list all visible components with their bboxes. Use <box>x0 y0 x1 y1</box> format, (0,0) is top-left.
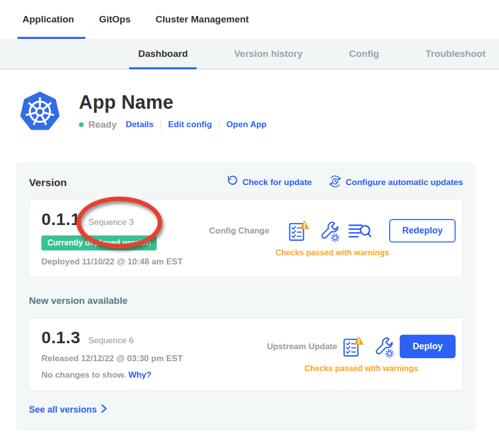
new-version-sequence: Sequence 6 <box>88 336 134 346</box>
current-version-number: 0.1.1 <box>41 210 80 229</box>
why-link[interactable]: Why? <box>128 370 151 380</box>
open-app-link[interactable]: Open App <box>227 120 267 130</box>
preflight-checks-icon[interactable] <box>342 335 365 358</box>
new-version-heading: New version available <box>29 295 463 306</box>
no-changes-text: No changes to show. <box>41 370 126 380</box>
tab-dashboard[interactable]: Dashboard <box>138 39 188 69</box>
chevron-right-icon <box>101 404 107 416</box>
see-all-versions-link[interactable]: See all versions <box>29 404 463 416</box>
check-for-update-link[interactable]: Check for update <box>227 176 312 190</box>
tab-application[interactable]: Application <box>22 0 74 39</box>
new-version-row: 0.1.3 Sequence 6 Released 12/12/22 @ 03:… <box>29 317 463 391</box>
configure-automatic-updates-link[interactable]: Configure automatic updates <box>329 175 463 190</box>
edit-config-values-icon[interactable] <box>373 336 395 358</box>
edit-config-link[interactable]: Edit config <box>168 120 212 130</box>
warning-triangle <box>354 336 364 344</box>
tab-troubleshoot[interactable]: Troubleshoot <box>426 39 486 69</box>
current-change-type: Config Change <box>209 226 269 236</box>
kubernetes-logo-icon <box>18 89 62 136</box>
warning-triangle <box>299 220 309 228</box>
tab-cluster-management[interactable]: Cluster Management <box>156 0 249 39</box>
tab-version-history[interactable]: Version history <box>234 39 302 69</box>
top-nav: Application GitOps Cluster Management <box>0 0 499 39</box>
deploy-button[interactable]: Deploy <box>400 335 456 358</box>
deployed-timestamp: Deployed 11/10/22 @ 10:48 am EST <box>41 257 209 267</box>
version-heading: Version <box>29 177 67 189</box>
version-panel: Version Check for update <box>16 162 476 431</box>
tab-gitops[interactable]: GitOps <box>99 0 130 39</box>
status-dot <box>79 122 84 127</box>
view-files-icon[interactable] <box>348 222 371 240</box>
auto-update-schedule-icon <box>329 175 341 190</box>
app-header: App Name Ready Details Edit config Open … <box>18 89 499 136</box>
tab-config[interactable]: Config <box>349 39 379 69</box>
new-change-type: Upstream Update <box>267 342 337 352</box>
status-badge: Ready <box>88 119 117 130</box>
current-version-sequence: Sequence 3 <box>88 218 134 227</box>
current-checks-status: Checks passed with warnings <box>209 248 456 257</box>
new-version-number: 0.1.3 <box>41 328 80 347</box>
currently-deployed-badge: Currently deployed version <box>41 235 157 250</box>
divider <box>219 120 220 130</box>
edit-config-values-icon[interactable] <box>318 220 340 242</box>
sub-nav: Dashboard Version history Config Trouble… <box>0 39 499 69</box>
details-link[interactable]: Details <box>126 120 154 130</box>
released-timestamp: Released 12/12/22 @ 03:30 pm EST <box>41 354 267 364</box>
new-checks-status: Checks passed with warnings <box>267 364 456 373</box>
page-title: App Name <box>79 92 266 113</box>
redeploy-button[interactable]: Redeploy <box>389 219 456 242</box>
divider <box>161 120 161 130</box>
preflight-checks-icon[interactable] <box>287 220 310 242</box>
current-version-row: 0.1.1 Sequence 3 Currently deployed vers… <box>29 199 463 277</box>
refresh-icon <box>227 176 238 190</box>
